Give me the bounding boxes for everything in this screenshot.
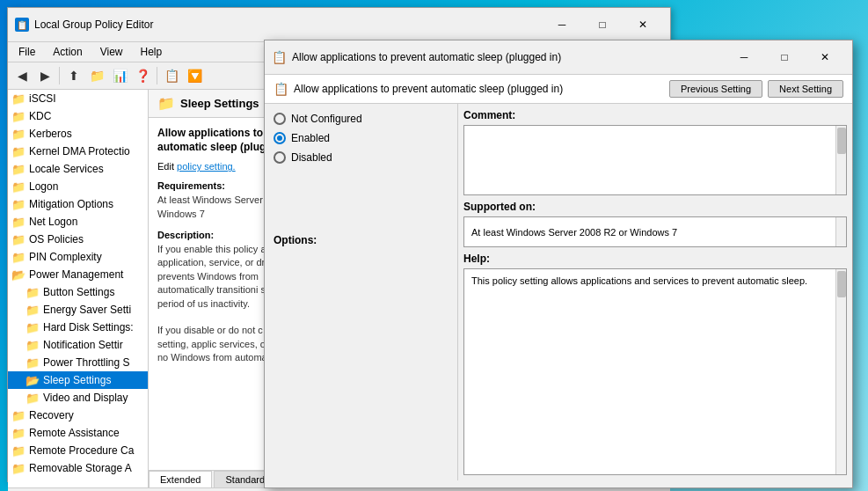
menu-file[interactable]: File: [11, 44, 42, 60]
sidebar-item-remote-assistance[interactable]: 📁 Remote Assistance: [8, 424, 148, 442]
dialog-title-bar: 📋 Allow applications to prevent automati…: [265, 40, 852, 75]
panel-header-icon: 📁: [157, 95, 175, 112]
folder-icon: 📁: [26, 355, 40, 370]
properties-button[interactable]: 📊: [109, 65, 130, 86]
sidebar-item-power[interactable]: 📂 Power Management: [8, 266, 148, 283]
dialog-left-pane: Not Configured Enabled Disabled Options:: [265, 104, 458, 480]
next-setting-button[interactable]: Next Setting: [768, 80, 843, 98]
dialog-title-controls: ─ □ ✕: [724, 46, 845, 69]
sidebar-item-button-settings[interactable]: 📁 Button Settings: [8, 283, 148, 301]
dialog-subtitle-bar: 📋 Allow applications to prevent automati…: [265, 75, 852, 104]
folder-icon: 📁: [11, 180, 26, 194]
folder-icon: 📁: [11, 127, 26, 141]
dialog-minimize-button[interactable]: ─: [724, 46, 764, 69]
sidebar-item-notification[interactable]: 📁 Notification Settir: [8, 336, 148, 354]
sidebar-item-ospolicies[interactable]: 📁 OS Policies: [8, 231, 148, 248]
radio-label-not-configured: Not Configured: [291, 113, 362, 125]
folder-icon: 📁: [11, 109, 26, 123]
radio-enabled[interactable]: Enabled: [274, 132, 449, 144]
sidebar: 📁 iSCSI 📁 KDC 📁 Kerberos 📁 Kernel DMA Pr…: [8, 90, 149, 487]
radio-disabled[interactable]: Disabled: [274, 151, 449, 164]
sidebar-item-kernel[interactable]: 📁 Kernel DMA Protectio: [8, 143, 148, 160]
export-button[interactable]: 📋: [161, 65, 182, 86]
dialog-title-icon: 📋: [272, 50, 287, 64]
help-label: Help:: [463, 253, 847, 265]
toolbar-separator-1: [59, 67, 60, 84]
sidebar-item-energy[interactable]: 📁 Energy Saver Setti: [8, 301, 148, 319]
comment-box[interactable]: [463, 125, 847, 195]
comment-scrollbar[interactable]: [835, 126, 846, 194]
folder-icon: 📁: [26, 338, 40, 352]
folder-icon: 📁: [11, 232, 26, 246]
back-button[interactable]: ◀: [11, 65, 33, 86]
up-button[interactable]: ⬆: [63, 65, 84, 86]
sidebar-item-netlogon[interactable]: 📁 Net Logon: [8, 213, 148, 231]
title-bar-left: 📋 Local Group Policy Editor: [15, 18, 153, 32]
edit-policy-link[interactable]: policy setting.: [177, 161, 236, 172]
sidebar-item-locale[interactable]: 📁 Locale Services: [8, 160, 148, 178]
supported-scrollbar[interactable]: [835, 217, 846, 246]
folder-icon-open: 📂: [26, 373, 40, 387]
folder-icon-open: 📂: [11, 267, 26, 282]
forward-button[interactable]: ▶: [34, 65, 55, 86]
help-button-tb[interactable]: ❓: [132, 65, 153, 86]
sidebar-item-sleep-settings[interactable]: 📂 Sleep Settings: [8, 371, 148, 389]
previous-setting-button[interactable]: Previous Setting: [669, 80, 762, 98]
dialog-nav-buttons: Previous Setting Next Setting: [669, 80, 843, 98]
folder-icon: 📁: [11, 250, 26, 264]
tab-extended[interactable]: Extended: [149, 471, 212, 487]
dialog-close-button[interactable]: ✕: [805, 46, 845, 69]
supported-text: At least Windows Server 2008 R2 or Windo…: [471, 227, 677, 238]
filter-button[interactable]: 🔽: [184, 65, 205, 86]
options-label: Options:: [274, 234, 449, 246]
comment-label: Comment:: [463, 109, 847, 121]
dialog-maximize-button[interactable]: □: [764, 46, 805, 69]
panel-header-title: Sleep Settings: [180, 97, 259, 110]
folder-icon: 📁: [11, 408, 26, 422]
dialog-subtitle-text: Allow applications to prevent automatic …: [294, 83, 563, 95]
menu-action[interactable]: Action: [46, 44, 89, 60]
dialog-right-pane: Comment: Supported on: At least Windows …: [458, 104, 852, 480]
folder-icon: 📁: [11, 461, 26, 475]
sidebar-item-harddisk[interactable]: 📁 Hard Disk Settings:: [8, 319, 148, 336]
toolbar-separator-2: [157, 67, 157, 84]
sidebar-item-iscsi[interactable]: 📁 iSCSI: [8, 90, 148, 107]
app-icon: 📋: [15, 18, 29, 32]
folder-icon: 📁: [11, 162, 26, 176]
sidebar-item-rpc[interactable]: 📁 Remote Procedure Ca: [8, 442, 148, 459]
supported-box: At least Windows Server 2008 R2 or Windo…: [463, 216, 847, 247]
sidebar-item-kerberos[interactable]: 📁 Kerberos: [8, 125, 148, 143]
sidebar-item-power-throttling[interactable]: 📁 Power Throttling S: [8, 354, 148, 371]
main-title-controls: ─ □ ✕: [542, 13, 663, 36]
help-scrollbar[interactable]: [835, 269, 846, 474]
menu-view[interactable]: View: [93, 44, 130, 60]
sidebar-item-kdc[interactable]: 📁 KDC: [8, 107, 148, 125]
main-window-title: Local Group Policy Editor: [34, 18, 153, 31]
menu-help[interactable]: Help: [134, 44, 170, 60]
sidebar-item-mitigation[interactable]: 📁 Mitigation Options: [8, 195, 148, 213]
folder-icon: 📁: [26, 285, 40, 299]
folder-icon: 📁: [11, 92, 26, 106]
sidebar-item-removable[interactable]: 📁 Removable Storage A: [8, 459, 148, 477]
radio-circle-not-configured: [274, 113, 286, 125]
radio-label-disabled: Disabled: [291, 151, 332, 164]
dialog-subtitle-left: 📋 Allow applications to prevent automati…: [274, 82, 563, 96]
sidebar-item-pin[interactable]: 📁 PIN Complexity: [8, 248, 148, 266]
folder-icon: 📁: [11, 426, 26, 440]
sidebar-item-recovery[interactable]: 📁 Recovery: [8, 407, 148, 424]
supported-section: Supported on: At least Windows Server 20…: [463, 201, 847, 247]
show-hide-button[interactable]: 📁: [86, 65, 107, 86]
radio-label-enabled: Enabled: [291, 132, 330, 144]
folder-icon: 📁: [11, 215, 26, 229]
dialog-window: 📋 Allow applications to prevent automati…: [264, 40, 853, 488]
minimize-button[interactable]: ─: [542, 13, 582, 36]
help-text: This policy setting allows applications …: [471, 275, 807, 286]
radio-group: Not Configured Enabled Disabled: [274, 113, 449, 164]
comment-scrollbar-thumb: [837, 128, 846, 154]
maximize-button[interactable]: □: [582, 13, 623, 36]
close-button[interactable]: ✕: [623, 13, 663, 36]
radio-not-configured[interactable]: Not Configured: [274, 113, 449, 125]
help-scrollbar-thumb: [837, 271, 846, 297]
sidebar-item-logon[interactable]: 📁 Logon: [8, 178, 148, 195]
sidebar-item-video[interactable]: 📁 Video and Display: [8, 389, 148, 407]
